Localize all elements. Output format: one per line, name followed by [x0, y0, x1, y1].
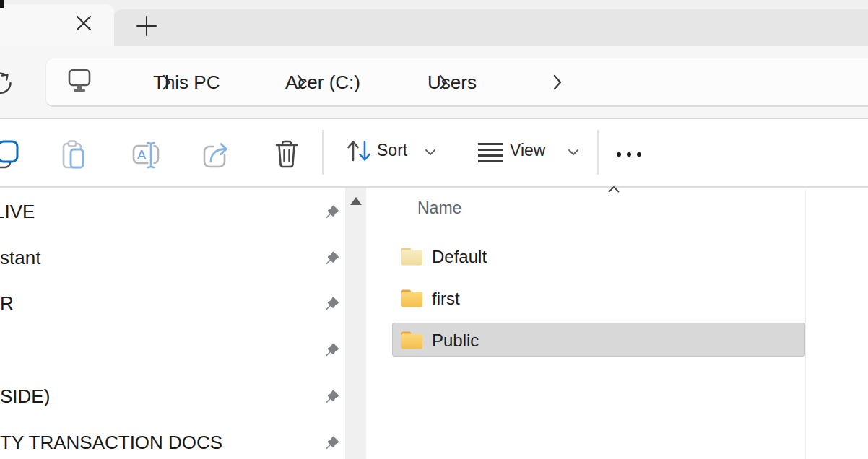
- file-name: first: [432, 281, 460, 315]
- column-header-name[interactable]: Name: [392, 192, 804, 224]
- view-lines-icon: [477, 141, 504, 167]
- sidebar-scrollbar[interactable]: [345, 188, 366, 459]
- more-options-icon: [615, 149, 648, 160]
- file-name: Public: [432, 323, 479, 357]
- pin-icon: [323, 434, 340, 454]
- pin-icon: [323, 388, 340, 408]
- file-list: Name Default: [367, 188, 868, 459]
- pin-icon: [323, 249, 340, 269]
- folder-icon: [400, 289, 423, 311]
- sidebar-item[interactable]: LIVE: [0, 188, 344, 235]
- refresh-icon: [0, 87, 14, 98]
- sort-label: Sort: [377, 141, 407, 160]
- file-name: Default: [432, 240, 487, 274]
- sidebar-item-label: R: [0, 280, 14, 326]
- navigation-header: This PC Acer (C:) Users: [0, 46, 868, 118]
- toolbar-separator: [597, 130, 599, 175]
- sidebar-item-label: stant: [0, 235, 40, 281]
- delete-button[interactable]: [273, 139, 305, 170]
- this-pc-monitor-icon: [67, 68, 92, 98]
- sidebar-item[interactable]: SIDE): [0, 373, 344, 419]
- file-row[interactable]: first: [392, 281, 805, 315]
- sort-button[interactable]: Sort: [339, 134, 448, 171]
- view-button[interactable]: View: [469, 134, 589, 171]
- plus-icon: [135, 29, 158, 40]
- address-bar[interactable]: This PC Acer (C:) Users: [45, 58, 868, 107]
- more-options-button[interactable]: [610, 139, 651, 165]
- file-row-selected[interactable]: Public: [392, 323, 805, 357]
- column-divider: [805, 190, 806, 459]
- rename-icon: A: [131, 162, 163, 172]
- folder-icon: [400, 247, 423, 269]
- paste-button[interactable]: [61, 140, 92, 170]
- navigation-sidebar: LIVE stant R: [0, 188, 344, 459]
- copy-icon: [0, 163, 22, 174]
- file-explorer-window: This PC Acer (C:) Users: [0, 0, 868, 459]
- pin-icon: [323, 203, 340, 223]
- share-button[interactable]: [202, 140, 234, 170]
- explorer-content: LIVE stant R: [0, 188, 868, 459]
- paste-icon: [61, 162, 92, 172]
- close-icon: [72, 26, 95, 37]
- sidebar-item[interactable]: R: [0, 280, 344, 326]
- rename-button[interactable]: A: [131, 140, 163, 170]
- file-row[interactable]: Default: [392, 239, 805, 273]
- chevron-down-icon: [568, 148, 579, 159]
- sidebar-item-label: TY TRANSACTION DOCS: [0, 419, 222, 459]
- sidebar-item[interactable]: [0, 326, 344, 372]
- copy-button[interactable]: [0, 139, 22, 172]
- sidebar-item[interactable]: TY TRANSACTION DOCS: [0, 419, 344, 459]
- active-tab[interactable]: [0, 4, 114, 46]
- breadcrumb-acer-c[interactable]: Acer (C:): [285, 58, 360, 106]
- trash-icon: [273, 161, 305, 172]
- breadcrumb-this-pc[interactable]: This PC: [153, 58, 220, 106]
- sidebar-item[interactable]: stant: [0, 235, 344, 281]
- breadcrumb-chevron-icon[interactable]: [551, 71, 564, 96]
- command-toolbar: A: [0, 119, 868, 186]
- breadcrumb-users[interactable]: Users: [428, 58, 477, 106]
- window-edge-mark: [0, 0, 4, 8]
- view-label: View: [510, 141, 545, 160]
- toolbar-separator: [322, 130, 324, 175]
- new-tab-button[interactable]: [135, 14, 158, 38]
- share-icon: [202, 162, 234, 172]
- refresh-button[interactable]: [0, 70, 14, 96]
- tab-strip-background: [113, 9, 868, 46]
- svg-text:A: A: [137, 147, 147, 162]
- column-header-label: Name: [417, 192, 461, 224]
- chevron-down-icon: [425, 148, 436, 159]
- tab-bar: [0, 0, 868, 46]
- sidebar-item-label: LIVE: [0, 188, 35, 235]
- scrollbar-up-arrow-icon[interactable]: [350, 197, 362, 205]
- folder-icon: [400, 331, 423, 353]
- pin-icon: [323, 341, 340, 361]
- pin-icon: [323, 294, 340, 315]
- close-tab-button[interactable]: [72, 12, 95, 35]
- sort-arrows-icon: [345, 138, 374, 166]
- sidebar-item-label: SIDE): [0, 373, 50, 419]
